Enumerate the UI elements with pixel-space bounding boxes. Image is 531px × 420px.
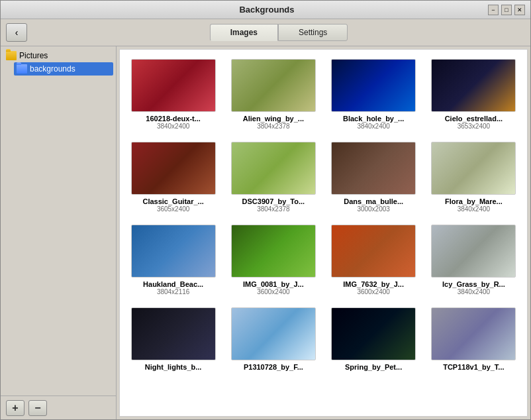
image-item[interactable]: Spring_by_Pet... (327, 305, 420, 374)
image-grid: 160218-deux-t...3840x2400Alien_wing_by_.… (126, 56, 520, 374)
image-name: IMG_7632_by_J... (331, 280, 416, 288)
toolbar: ‹ Images Settings (1, 19, 530, 46)
image-item[interactable]: Night_lights_b... (126, 305, 220, 374)
image-thumbnail (131, 225, 216, 278)
image-item[interactable]: TCP118v1_by_T... (427, 305, 520, 374)
image-name: IMG_0081_by_J... (231, 280, 316, 288)
image-thumbnail (131, 307, 216, 360)
image-name: Spring_by_Pet... (331, 363, 416, 371)
image-thumbnail (231, 142, 316, 195)
image-thumbnail (131, 142, 216, 195)
image-thumbnail (131, 59, 216, 112)
sidebar: Pictures backgrounds + − (1, 46, 117, 419)
image-item[interactable]: Cielo_estrellad...3653x2400 (427, 56, 520, 132)
image-name: Flora_by_Mare... (431, 197, 516, 205)
image-size: 3600x2400 (257, 288, 290, 295)
image-size: 3605x2400 (157, 205, 190, 213)
sidebar-item-backgrounds-label: backgrounds (30, 64, 75, 74)
image-item[interactable]: P1310728_by_F... (226, 305, 320, 374)
image-item[interactable]: Classic_Guitar_...3605x2400 (126, 139, 220, 215)
image-item[interactable]: Icy_Grass_by_R...3840x2400 (427, 222, 520, 298)
image-name: 160218-deux-t... (131, 115, 216, 123)
image-thumbnail (331, 307, 416, 360)
remove-folder-button[interactable]: − (28, 400, 47, 416)
image-name: Cielo_estrellad... (431, 115, 516, 123)
image-thumbnail (331, 225, 416, 278)
image-size: 3840x2400 (157, 123, 190, 130)
image-size: 3804x2378 (257, 205, 290, 213)
image-item[interactable]: Alien_wing_by_...3804x2378 (226, 56, 320, 132)
image-name: Dans_ma_bulle... (331, 197, 416, 205)
image-browser: 160218-deux-t...3840x2400Alien_wing_by_.… (119, 49, 528, 417)
sidebar-item-pictures-label: Pictures (19, 51, 48, 60)
image-size: 3600x2400 (357, 288, 390, 295)
image-thumbnail (231, 59, 316, 112)
content-area: Pictures backgrounds + − 160218-deux-t..… (1, 46, 530, 419)
image-size: 3653x2400 (458, 123, 491, 130)
app-window: Backgrounds − □ ✕ ‹ Images Settings Pict… (0, 0, 531, 420)
tab-settings[interactable]: Settings (278, 24, 348, 41)
window-controls: − □ ✕ (488, 5, 525, 15)
close-button[interactable]: ✕ (514, 5, 525, 15)
sidebar-tree: Pictures backgrounds (1, 46, 116, 395)
folder-icon-selected (17, 64, 27, 74)
image-name: Classic_Guitar_... (131, 197, 216, 205)
image-item[interactable]: DSC3907_by_To...3804x2378 (226, 139, 320, 215)
image-thumbnail (431, 225, 516, 278)
minimize-button[interactable]: − (488, 5, 499, 15)
image-thumbnail (231, 307, 316, 360)
image-thumbnail (431, 307, 516, 360)
sidebar-item-backgrounds[interactable]: backgrounds (14, 62, 113, 76)
maximize-button[interactable]: □ (501, 5, 512, 15)
image-size: 3840x2400 (458, 205, 491, 213)
image-name: Haukland_Beac... (131, 280, 216, 288)
image-thumbnail (431, 59, 516, 112)
folder-icon (6, 51, 17, 60)
image-item[interactable]: IMG_7632_by_J...3600x2400 (327, 222, 420, 298)
tab-bar: Images Settings (210, 24, 348, 41)
sidebar-footer: + − (1, 395, 116, 419)
image-name: DSC3907_by_To... (231, 197, 316, 205)
image-thumbnail (231, 225, 316, 278)
image-name: Icy_Grass_by_R... (431, 280, 516, 288)
window-title: Backgrounds (46, 5, 488, 15)
image-thumbnail (331, 142, 416, 195)
image-size: 3000x2003 (357, 205, 390, 213)
image-thumbnail (431, 142, 516, 195)
sidebar-item-pictures[interactable]: Pictures (3, 49, 113, 62)
image-size: 3804x2378 (257, 123, 290, 130)
add-folder-button[interactable]: + (6, 400, 24, 416)
image-thumbnail (331, 59, 416, 112)
image-size: 3840x2400 (458, 288, 491, 295)
image-item[interactable]: Dans_ma_bulle...3000x2003 (327, 139, 420, 215)
titlebar: Backgrounds − □ ✕ (1, 1, 530, 19)
back-button[interactable]: ‹ (6, 23, 27, 42)
image-name: P1310728_by_F... (231, 363, 316, 371)
tab-images[interactable]: Images (210, 24, 278, 41)
image-name: Alien_wing_by_... (231, 115, 316, 123)
image-item[interactable]: Haukland_Beac...3804x2116 (126, 222, 220, 298)
image-size: 3804x2116 (157, 288, 190, 295)
image-name: Black_hole_by_... (331, 115, 416, 123)
image-size: 3840x2400 (357, 123, 390, 130)
image-item[interactable]: 160218-deux-t...3840x2400 (126, 56, 220, 132)
image-item[interactable]: IMG_0081_by_J...3600x2400 (226, 222, 320, 298)
image-name: TCP118v1_by_T... (431, 363, 516, 371)
image-item[interactable]: Flora_by_Mare...3840x2400 (427, 139, 520, 215)
image-item[interactable]: Black_hole_by_...3840x2400 (327, 56, 420, 132)
image-name: Night_lights_b... (131, 363, 216, 371)
